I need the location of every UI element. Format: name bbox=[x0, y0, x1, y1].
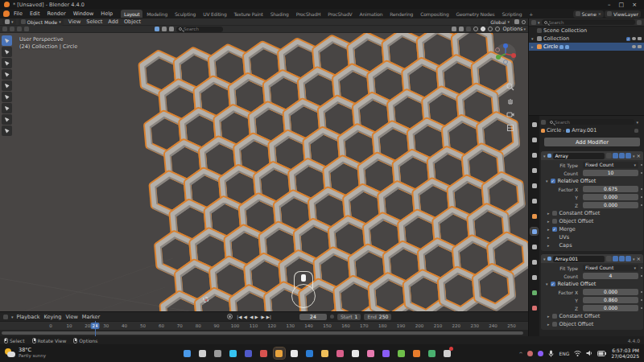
unlink-scene-icon[interactable]: × bbox=[598, 11, 601, 16]
tab-object[interactable] bbox=[530, 212, 538, 220]
realtime-toggle[interactable] bbox=[619, 256, 625, 261]
tab-output[interactable] bbox=[530, 151, 538, 158]
start-button[interactable] bbox=[182, 348, 193, 359]
viewport-search[interactable] bbox=[176, 27, 223, 32]
modifier-section[interactable]: ▸ UVs bbox=[541, 233, 643, 241]
show-overlays-toggle[interactable] bbox=[459, 27, 464, 31]
minimize-button[interactable]: – bbox=[608, 2, 611, 8]
menu-item[interactable]: Render bbox=[43, 10, 68, 18]
delete-modifier-button[interactable]: × bbox=[637, 256, 641, 262]
outliner-row-scene-collection[interactable]: Scene Collection bbox=[529, 27, 644, 35]
measure-tool[interactable] bbox=[2, 114, 12, 125]
photos-icon[interactable] bbox=[335, 348, 346, 359]
modifier-panel-header[interactable]: ▾ Array.001 ▾ × bbox=[541, 254, 643, 263]
rotate-tool[interactable] bbox=[2, 69, 12, 80]
auto-keying-button[interactable] bbox=[227, 314, 233, 319]
shading-rendered-button[interactable] bbox=[495, 27, 500, 31]
menu-item[interactable]: Help bbox=[97, 10, 116, 18]
section-checkbox[interactable] bbox=[552, 219, 557, 224]
scale-tool[interactable] bbox=[2, 80, 12, 91]
workspace-tab[interactable]: + bbox=[526, 10, 536, 18]
hide-eye-icon[interactable] bbox=[632, 45, 636, 48]
add-modifier-button[interactable]: Add Modifier bbox=[544, 138, 640, 146]
pan-hand-icon[interactable] bbox=[506, 97, 514, 105]
modifier-section[interactable]: ▸ Caps bbox=[541, 241, 643, 249]
extras-dropdown-icon[interactable]: ▾ bbox=[633, 257, 635, 261]
language-indicator[interactable]: ENG bbox=[559, 351, 569, 356]
visibility-icon[interactable] bbox=[162, 27, 167, 31]
workspace-tab[interactable]: ProcShadH bbox=[293, 10, 324, 18]
modifier-panel-header[interactable]: ▾ Array ▾ × bbox=[541, 151, 643, 160]
filter-icon[interactable] bbox=[637, 20, 642, 25]
microphone-icon[interactable] bbox=[548, 350, 554, 357]
shading-wireframe-button[interactable] bbox=[473, 27, 478, 31]
tray-app-icon[interactable] bbox=[527, 351, 533, 356]
render-visibility-icon[interactable] bbox=[638, 45, 642, 48]
menu-item[interactable]: File bbox=[10, 10, 26, 18]
relative-offset-header[interactable]: ▾ Relative Offset bbox=[541, 177, 643, 185]
mode-dropdown[interactable]: Object Mode▾ bbox=[19, 19, 64, 26]
volume-icon[interactable] bbox=[586, 350, 592, 356]
task-view-button[interactable] bbox=[213, 348, 224, 359]
scene-selector[interactable]: Scene × bbox=[573, 10, 605, 18]
tab-world[interactable] bbox=[530, 197, 538, 204]
animate-dot[interactable] bbox=[641, 164, 642, 166]
select-box-tool[interactable] bbox=[2, 35, 12, 46]
shading-solid-button[interactable] bbox=[481, 27, 485, 31]
show-gizmo-toggle[interactable] bbox=[452, 27, 456, 31]
properties-editor-icon[interactable] bbox=[541, 120, 546, 125]
move-tool[interactable] bbox=[2, 58, 12, 68]
animate-dot[interactable] bbox=[641, 299, 642, 301]
animate-dot[interactable] bbox=[641, 275, 642, 277]
modifier-section[interactable]: ▸ Constant Offset bbox=[541, 312, 643, 320]
fit-type-dropdown[interactable]: Fixed Count▾ bbox=[583, 162, 638, 168]
paint-icon[interactable] bbox=[365, 348, 377, 359]
delete-modifier-button[interactable]: × bbox=[637, 153, 641, 159]
close-button[interactable]: × bbox=[632, 2, 637, 8]
tray-app2-icon[interactable] bbox=[538, 351, 543, 356]
pivot-point-icon[interactable] bbox=[17, 27, 22, 31]
section-checkbox[interactable] bbox=[552, 314, 557, 319]
editor-type-dropdown[interactable]: ▾ bbox=[2, 19, 16, 25]
wifi-icon[interactable] bbox=[574, 350, 581, 356]
notion-icon[interactable] bbox=[289, 348, 300, 359]
clock-widget[interactable]: 6:57:03 PM 27/04/2025 bbox=[611, 348, 639, 359]
factor-z-field[interactable]: 0.000 bbox=[583, 305, 638, 311]
playhead-line[interactable] bbox=[95, 321, 96, 336]
timeline-menu[interactable]: View bbox=[65, 314, 77, 320]
edge-icon[interactable] bbox=[228, 348, 239, 359]
weather-widget[interactable]: 38°C Partly sunny bbox=[5, 348, 46, 359]
outliner-display-mode-dropdown[interactable]: ▾ bbox=[538, 20, 540, 25]
animate-dot[interactable] bbox=[641, 291, 642, 293]
origin-options-icon[interactable] bbox=[10, 27, 14, 31]
menu-item[interactable]: Window bbox=[70, 10, 97, 18]
menu-item[interactable]: Edit bbox=[27, 10, 43, 18]
tab-view-layer[interactable] bbox=[530, 167, 538, 174]
tab-modifiers[interactable] bbox=[530, 228, 538, 235]
animate-dot[interactable] bbox=[641, 172, 642, 174]
toggle-perspective-icon[interactable] bbox=[506, 124, 514, 132]
file-explorer-icon[interactable] bbox=[320, 348, 331, 359]
blender-menu-icon[interactable] bbox=[3, 10, 10, 17]
count-field[interactable]: 4 bbox=[583, 273, 638, 279]
workspace-tab[interactable]: Scripting bbox=[498, 10, 525, 18]
properties-options-icon[interactable]: ▾ bbox=[636, 120, 638, 125]
workspace-tab[interactable]: Modeling bbox=[143, 10, 171, 18]
viewlayer-selector[interactable]: ViewLayer bbox=[605, 10, 641, 18]
3d-viewport[interactable]: User Perspective (24) Collection | Circl… bbox=[0, 33, 528, 311]
tray-expand-chevron[interactable]: ^ bbox=[518, 351, 522, 356]
recorder-icon[interactable] bbox=[274, 348, 285, 359]
section-checkbox[interactable] bbox=[552, 227, 557, 232]
count-field[interactable]: 10 bbox=[583, 170, 638, 176]
display-funnel-toggle[interactable] bbox=[606, 256, 612, 261]
collapse-icon[interactable]: ▾ bbox=[543, 154, 546, 158]
modifier-wrench-icon[interactable] bbox=[559, 45, 564, 49]
animate-dot[interactable] bbox=[641, 307, 642, 309]
battery-icon[interactable] bbox=[597, 351, 606, 356]
navigation-gizmo[interactable] bbox=[494, 43, 517, 65]
outliner-row-collection[interactable]: ▾ Collection bbox=[529, 35, 644, 43]
workspace-tab[interactable]: Animation bbox=[357, 10, 386, 18]
workspace-tab[interactable]: UV Editing bbox=[200, 10, 229, 18]
tab-physics[interactable] bbox=[530, 258, 538, 265]
outlook-icon[interactable] bbox=[304, 348, 316, 359]
